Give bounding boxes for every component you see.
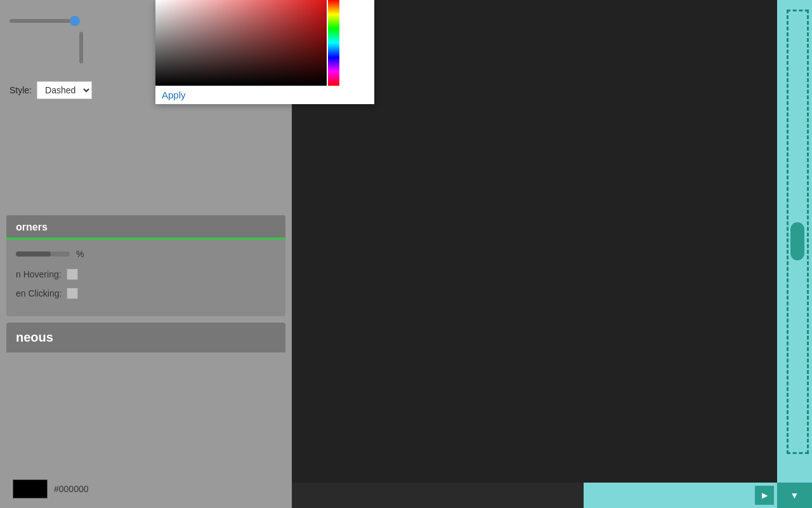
play-button[interactable]: ▶: [755, 486, 774, 505]
teal-right-sidebar: [777, 0, 812, 483]
hovering-row: n Hovering:: [16, 269, 276, 280]
main-container: Style: Dashed Apply orners: [0, 0, 812, 508]
percent-slider-fill: [16, 251, 51, 257]
style-dropdown[interactable]: Dashed: [37, 81, 92, 99]
corners-header: orners: [6, 215, 285, 239]
color-gradient-area[interactable]: [155, 0, 327, 86]
clicking-label: en Clicking:: [16, 288, 62, 298]
teal-oval-handle[interactable]: [790, 222, 804, 260]
hovering-label: n Hovering:: [16, 269, 62, 279]
clicking-row: en Clicking:: [16, 288, 276, 299]
corner-arrow-icon: ▼: [790, 490, 799, 500]
bottom-right-corner: ▼: [777, 483, 812, 508]
corners-section: orners % n Hovering: en Clicking:: [6, 215, 285, 316]
apply-button[interactable]: Apply: [162, 90, 186, 100]
corners-title: orners: [16, 222, 48, 232]
clicking-checkbox[interactable]: [67, 288, 78, 299]
slider-track[interactable]: [10, 19, 73, 23]
color-hex: #000000: [54, 484, 89, 494]
hovering-checkbox[interactable]: [67, 269, 78, 280]
slider-thumb[interactable]: [70, 16, 80, 26]
percent-label: %: [76, 249, 84, 259]
left-panel: Style: Dashed Apply orners: [0, 0, 292, 508]
bottom-teal-bar: ▶: [584, 483, 777, 508]
color-bottom-row: #000000: [6, 476, 95, 502]
corners-underline: [6, 237, 285, 239]
percent-slider[interactable]: [16, 251, 70, 257]
color-picker-bottom: Apply: [155, 86, 374, 104]
vertical-slider[interactable]: [79, 32, 83, 64]
misc-title: neous: [16, 330, 53, 344]
hue-bar[interactable]: [328, 0, 339, 86]
corners-content: % n Hovering: en Clicking:: [6, 239, 285, 316]
style-label: Style:: [10, 85, 32, 95]
color-swatch[interactable]: [13, 479, 48, 498]
percent-row: %: [16, 249, 276, 259]
color-picker-popup: Apply: [155, 0, 374, 104]
misc-section: neous: [6, 323, 285, 352]
